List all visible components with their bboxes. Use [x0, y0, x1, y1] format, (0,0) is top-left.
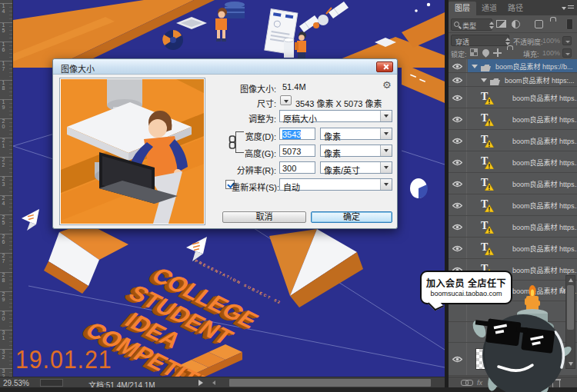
layer-content[interactable]: boom良品素材 https:... [468, 73, 577, 86]
layer-row[interactable]: Tboom良品素材 https... [449, 87, 577, 108]
promo-shop-url: boomsucai.taobao.com [422, 290, 511, 297]
visibility-toggle[interactable] [449, 216, 467, 237]
resample-label: 重新采样(S): [172, 181, 279, 193]
layer-content[interactable]: Tboom良品素材 https... [468, 130, 577, 151]
visibility-toggle[interactable] [449, 173, 467, 194]
resample-select[interactable]: 自动 [279, 178, 392, 191]
lock-transparency-icon[interactable] [470, 48, 478, 56]
visibility-toggle[interactable] [449, 194, 467, 215]
visibility-toggle[interactable] [449, 73, 467, 86]
layer-content[interactable]: Tboom良品素材 https... [468, 173, 577, 194]
panel-menu-icon[interactable] [562, 5, 574, 12]
layer-row[interactable]: Tboom良品素材 https... [449, 173, 577, 194]
blend-mode-select[interactable]: 穿透 [451, 35, 509, 46]
resolution-label: 分辨率(R): [168, 164, 276, 176]
ruler-number: 27 [1, 253, 6, 264]
visibility-toggle[interactable] [449, 322, 467, 342]
layer-content[interactable]: Tboom良品素材 https... [468, 238, 577, 258]
layer-content[interactable]: Tboom良品素材 https... [468, 87, 577, 108]
layer-content[interactable]: Tboom良品素材 https... [468, 216, 577, 237]
fill-value[interactable]: 100% [542, 49, 560, 57]
text-layer-icon: T [479, 241, 494, 255]
opacity-dropdown-icon[interactable] [562, 36, 572, 45]
layer-row[interactable]: Tboom良品素材 https... [449, 151, 577, 173]
gear-icon[interactable] [382, 80, 395, 91]
height-input[interactable]: 5073 [279, 145, 315, 157]
visibility-toggle[interactable] [449, 130, 467, 151]
layer-row[interactable]: Tboom良品素材 https... [449, 216, 577, 238]
scroll-up-icon[interactable] [569, 278, 573, 282]
warning-icon [485, 97, 494, 105]
layer-row[interactable]: Tboom良品素材 https... [449, 194, 577, 216]
ruler-number: 21 [1, 138, 6, 148]
fit-to-select[interactable]: 原稿大小 [279, 110, 392, 122]
layer-row[interactable]: boom良品素材 https://b... [449, 59, 577, 73]
expand-triangle-icon[interactable] [481, 78, 487, 82]
visibility-toggle[interactable] [449, 87, 467, 108]
chevron-down-icon[interactable] [380, 128, 392, 139]
filter-type-select[interactable]: 类型 [451, 18, 492, 31]
search-icon [454, 22, 459, 27]
expand-triangle-icon[interactable] [472, 65, 478, 68]
chevron-down-icon[interactable] [380, 162, 392, 173]
fill-dropdown-icon[interactable] [562, 48, 572, 58]
dialog-title-bar[interactable]: 图像大小 [53, 59, 397, 75]
visibility-toggle[interactable] [449, 151, 467, 172]
horizontal-scrollbar[interactable] [229, 379, 431, 387]
visibility-toggle[interactable] [449, 238, 467, 258]
fit-to-label: 调整为: [168, 112, 276, 125]
filter-toggle-switch[interactable] [566, 18, 573, 30]
filter-pixel-layers-icon[interactable] [496, 20, 506, 28]
layer-name: boom良品素材 https... [512, 115, 577, 125]
eye-icon [452, 95, 462, 101]
visibility-toggle[interactable] [449, 108, 467, 129]
layer-name: boom良品素材 https://b... [495, 61, 572, 71]
visibility-toggle[interactable] [449, 59, 467, 72]
chevron-down-icon[interactable] [380, 111, 392, 121]
eye-icon [452, 202, 462, 209]
ok-button[interactable]: 确定 [311, 211, 392, 223]
visibility-toggle[interactable] [449, 343, 467, 375]
close-button[interactable] [376, 61, 393, 72]
layer-row[interactable]: Tboom良品素材 https... [449, 130, 577, 151]
zoom-level[interactable]: 29.53% [3, 379, 29, 387]
dimensions-dropdown-button[interactable] [280, 95, 292, 105]
resolution-input[interactable]: 300 [279, 161, 315, 174]
warning-icon [485, 204, 494, 212]
warning-icon [485, 183, 494, 191]
cancel-button[interactable]: 取消 [222, 211, 306, 223]
eye-icon [452, 224, 462, 231]
opacity-value[interactable]: 100% [542, 37, 560, 45]
resolution-unit-select[interactable]: 像素/英寸 [320, 161, 392, 174]
layer-content[interactable]: Tboom良品素材 https... [468, 151, 577, 172]
height-unit-select[interactable]: 像素 [320, 145, 392, 157]
chevron-down-icon[interactable] [380, 179, 392, 190]
folder-icon [489, 78, 501, 86]
width-input[interactable]: 3543 [279, 128, 315, 140]
filter-adjustment-layers-icon[interactable] [512, 20, 520, 28]
warning-icon [485, 161, 494, 169]
filter-shape-layers-icon[interactable] [535, 20, 543, 28]
layer-name: boom良品素材 https... [512, 136, 577, 146]
dimensions-label: 尺寸: [168, 97, 276, 109]
warning-icon [485, 247, 494, 255]
chevron-down-icon[interactable] [380, 145, 392, 156]
status-bar: 29.53% 文档:51.4M/214.1M [0, 377, 445, 387]
tab-layers[interactable]: 图层 [449, 2, 476, 15]
tab-channels[interactable]: 通道 [476, 2, 502, 15]
layer-row[interactable]: boom良品素材 https:... [449, 73, 577, 87]
layer-content[interactable]: Tboom良品素材 https... [468, 108, 577, 129]
lock-pixels-icon[interactable] [481, 48, 491, 58]
eye-icon [452, 245, 462, 252]
status-flyout-arrow[interactable] [198, 380, 203, 386]
tab-paths[interactable]: 路径 [502, 2, 529, 15]
layer-row[interactable]: Tboom良品素材 https... [449, 238, 577, 259]
width-unit-select[interactable]: 像素 [320, 128, 392, 140]
vertical-ruler[interactable]: 1415161718192021222324252627282930313233 [0, 0, 13, 377]
width-label: 宽度(D): [168, 130, 276, 142]
zoom-scrubber[interactable] [40, 379, 63, 387]
layer-content[interactable]: Tboom良品素材 https... [468, 194, 577, 215]
scrollbar-left-arrow[interactable] [212, 380, 215, 385]
layer-content[interactable]: boom良品素材 https://b... [468, 59, 577, 72]
layer-row[interactable]: Tboom良品素材 https... [449, 108, 577, 130]
